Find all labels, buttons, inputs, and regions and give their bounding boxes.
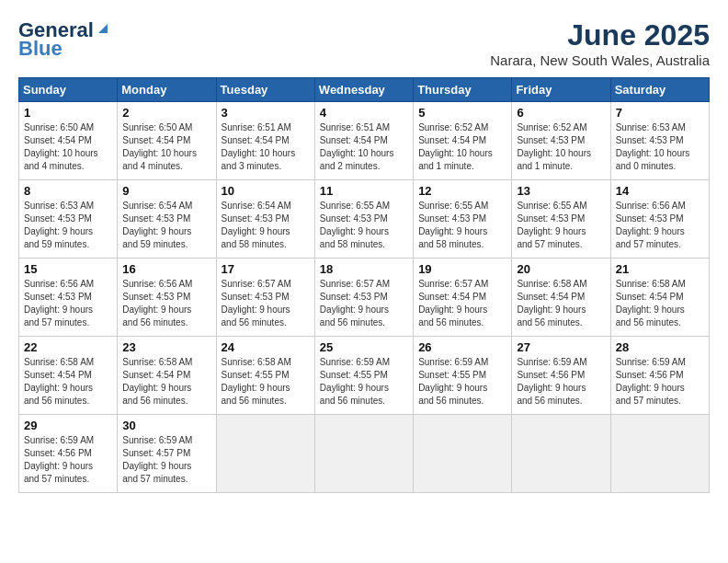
day-info: Sunrise: 6:51 AMSunset: 4:54 PMDaylight:…: [222, 121, 310, 173]
day-number: 13: [517, 184, 605, 198]
day-number: 27: [517, 340, 605, 354]
day-number: 12: [418, 184, 506, 198]
day-number: 16: [122, 262, 210, 276]
day-number: 8: [24, 184, 112, 198]
day-cell: 18Sunrise: 6:57 AMSunset: 4:53 PMDayligh…: [314, 259, 413, 337]
day-number: 10: [222, 184, 310, 198]
day-number: 3: [222, 106, 310, 120]
logo: General Blue: [18, 18, 111, 61]
week-row-3: 15Sunrise: 6:56 AMSunset: 4:53 PMDayligh…: [19, 259, 710, 337]
title-block: June 2025 Narara, New South Wales, Austr…: [490, 18, 710, 68]
svg-marker-0: [98, 24, 108, 33]
day-number: 28: [616, 340, 704, 354]
page-header: General Blue June 2025 Narara, New South…: [18, 18, 710, 68]
day-info: Sunrise: 6:57 AMSunset: 4:54 PMDaylight:…: [418, 278, 506, 329]
week-row-5: 29Sunrise: 6:59 AMSunset: 4:56 PMDayligh…: [19, 415, 710, 493]
day-info: Sunrise: 6:57 AMSunset: 4:53 PMDaylight:…: [320, 278, 408, 329]
day-number: 24: [222, 340, 310, 354]
day-cell: 29Sunrise: 6:59 AMSunset: 4:56 PMDayligh…: [19, 415, 118, 493]
day-cell: [512, 415, 610, 493]
day-cell: 2Sunrise: 6:50 AMSunset: 4:54 PMDaylight…: [118, 102, 216, 180]
header-cell-wednesday: Wednesday: [314, 78, 413, 102]
day-cell: 24Sunrise: 6:58 AMSunset: 4:55 PMDayligh…: [216, 337, 314, 415]
day-info: Sunrise: 6:52 AMSunset: 4:54 PMDaylight:…: [418, 121, 506, 173]
week-row-4: 22Sunrise: 6:58 AMSunset: 4:54 PMDayligh…: [19, 337, 710, 415]
day-info: Sunrise: 6:59 AMSunset: 4:56 PMDaylight:…: [616, 356, 704, 408]
day-info: Sunrise: 6:56 AMSunset: 4:53 PMDaylight:…: [616, 200, 704, 251]
day-number: 22: [24, 340, 112, 354]
day-info: Sunrise: 6:54 AMSunset: 4:53 PMDaylight:…: [122, 200, 210, 251]
day-cell: 12Sunrise: 6:55 AMSunset: 4:53 PMDayligh…: [414, 180, 512, 259]
day-number: 25: [320, 340, 408, 354]
day-cell: 26Sunrise: 6:59 AMSunset: 4:55 PMDayligh…: [414, 337, 512, 415]
day-cell: 20Sunrise: 6:58 AMSunset: 4:54 PMDayligh…: [512, 259, 610, 337]
day-number: 4: [320, 106, 408, 120]
day-cell: 6Sunrise: 6:52 AMSunset: 4:53 PMDaylight…: [512, 102, 610, 180]
day-number: 9: [122, 184, 210, 198]
day-info: Sunrise: 6:58 AMSunset: 4:55 PMDaylight:…: [222, 356, 310, 408]
day-info: Sunrise: 6:59 AMSunset: 4:55 PMDaylight:…: [418, 356, 506, 408]
day-info: Sunrise: 6:54 AMSunset: 4:53 PMDaylight:…: [222, 200, 310, 251]
header-cell-monday: Monday: [118, 78, 216, 102]
header-cell-tuesday: Tuesday: [216, 78, 314, 102]
day-info: Sunrise: 6:56 AMSunset: 4:53 PMDaylight:…: [24, 278, 112, 329]
day-info: Sunrise: 6:55 AMSunset: 4:53 PMDaylight:…: [418, 200, 506, 251]
day-number: 5: [418, 106, 506, 120]
day-info: Sunrise: 6:59 AMSunset: 4:56 PMDaylight:…: [517, 356, 605, 408]
day-cell: 22Sunrise: 6:58 AMSunset: 4:54 PMDayligh…: [19, 337, 118, 415]
day-info: Sunrise: 6:59 AMSunset: 4:57 PMDaylight:…: [122, 434, 210, 486]
day-info: Sunrise: 6:58 AMSunset: 4:54 PMDaylight:…: [24, 356, 112, 408]
day-number: 11: [320, 184, 408, 198]
day-cell: [414, 415, 512, 493]
day-info: Sunrise: 6:58 AMSunset: 4:54 PMDaylight:…: [616, 278, 704, 329]
day-cell: 25Sunrise: 6:59 AMSunset: 4:55 PMDayligh…: [314, 337, 413, 415]
day-cell: 16Sunrise: 6:56 AMSunset: 4:53 PMDayligh…: [118, 259, 216, 337]
day-number: 2: [122, 106, 210, 120]
day-info: Sunrise: 6:53 AMSunset: 4:53 PMDaylight:…: [24, 200, 112, 251]
header-cell-saturday: Saturday: [610, 78, 709, 102]
day-cell: 4Sunrise: 6:51 AMSunset: 4:54 PMDaylight…: [314, 102, 413, 180]
day-number: 7: [616, 106, 704, 120]
day-info: Sunrise: 6:59 AMSunset: 4:56 PMDaylight:…: [24, 434, 112, 486]
day-info: Sunrise: 6:52 AMSunset: 4:53 PMDaylight:…: [517, 121, 605, 173]
day-number: 23: [122, 340, 210, 354]
day-cell: [314, 415, 413, 493]
day-cell: 19Sunrise: 6:57 AMSunset: 4:54 PMDayligh…: [414, 259, 512, 337]
day-cell: 23Sunrise: 6:58 AMSunset: 4:54 PMDayligh…: [118, 337, 216, 415]
day-number: 26: [418, 340, 506, 354]
day-cell: 11Sunrise: 6:55 AMSunset: 4:53 PMDayligh…: [314, 180, 413, 259]
day-cell: [216, 415, 314, 493]
day-number: 6: [517, 106, 605, 120]
logo-arrow-icon: [95, 20, 111, 37]
day-number: 17: [222, 262, 310, 276]
header-cell-sunday: Sunday: [19, 78, 118, 102]
day-info: Sunrise: 6:56 AMSunset: 4:53 PMDaylight:…: [122, 278, 210, 329]
header-cell-friday: Friday: [512, 78, 610, 102]
day-info: Sunrise: 6:51 AMSunset: 4:54 PMDaylight:…: [320, 121, 408, 173]
day-number: 21: [616, 262, 704, 276]
day-number: 18: [320, 262, 408, 276]
day-cell: 28Sunrise: 6:59 AMSunset: 4:56 PMDayligh…: [610, 337, 709, 415]
day-cell: 13Sunrise: 6:55 AMSunset: 4:53 PMDayligh…: [512, 180, 610, 259]
day-number: 15: [24, 262, 112, 276]
day-cell: 1Sunrise: 6:50 AMSunset: 4:54 PMDaylight…: [19, 102, 118, 180]
day-cell: 9Sunrise: 6:54 AMSunset: 4:53 PMDaylight…: [118, 180, 216, 259]
day-info: Sunrise: 6:58 AMSunset: 4:54 PMDaylight:…: [517, 278, 605, 329]
day-cell: [610, 415, 709, 493]
day-info: Sunrise: 6:58 AMSunset: 4:54 PMDaylight:…: [122, 356, 210, 408]
day-number: 20: [517, 262, 605, 276]
day-info: Sunrise: 6:57 AMSunset: 4:53 PMDaylight:…: [222, 278, 310, 329]
calendar-table: SundayMondayTuesdayWednesdayThursdayFrid…: [18, 77, 710, 493]
day-number: 19: [418, 262, 506, 276]
day-info: Sunrise: 6:55 AMSunset: 4:53 PMDaylight:…: [320, 200, 408, 251]
day-cell: 17Sunrise: 6:57 AMSunset: 4:53 PMDayligh…: [216, 259, 314, 337]
day-cell: 10Sunrise: 6:54 AMSunset: 4:53 PMDayligh…: [216, 180, 314, 259]
day-cell: 3Sunrise: 6:51 AMSunset: 4:54 PMDaylight…: [216, 102, 314, 180]
day-number: 29: [24, 419, 112, 432]
day-cell: 21Sunrise: 6:58 AMSunset: 4:54 PMDayligh…: [610, 259, 709, 337]
day-info: Sunrise: 6:55 AMSunset: 4:53 PMDaylight:…: [517, 200, 605, 251]
logo-line2: Blue: [18, 37, 63, 61]
week-row-2: 8Sunrise: 6:53 AMSunset: 4:53 PMDaylight…: [19, 180, 710, 259]
day-cell: 8Sunrise: 6:53 AMSunset: 4:53 PMDaylight…: [19, 180, 118, 259]
day-info: Sunrise: 6:53 AMSunset: 4:53 PMDaylight:…: [616, 121, 704, 173]
